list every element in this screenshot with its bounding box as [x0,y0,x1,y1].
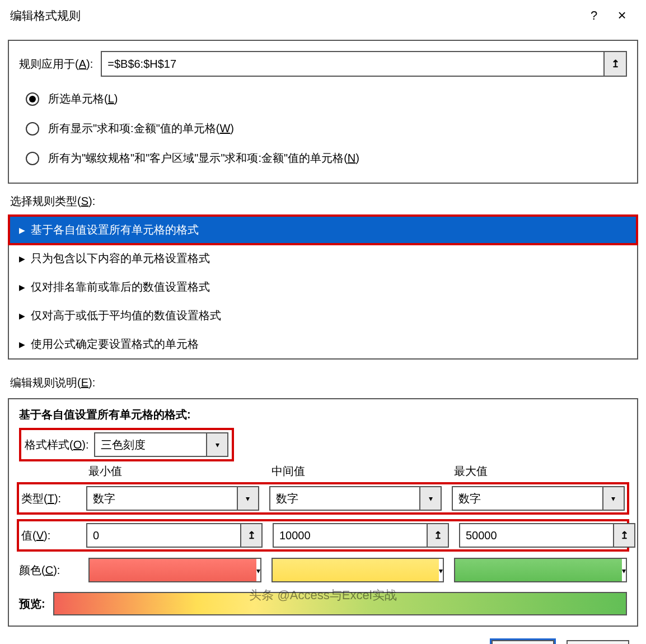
collapse-dialog-icon: ↥ [620,529,629,542]
dialog-title: 编辑格式规则 [10,8,580,24]
ok-button[interactable]: 确定 [491,640,554,644]
range-picker-button[interactable]: ↥ [240,524,261,547]
range-picker-button[interactable]: ↥ [603,52,626,76]
applies-to-row: 规则应用于(A): ↥ [19,51,627,77]
dropdown-button[interactable]: ▾ [237,487,258,510]
triangle-right-icon: ▶ [19,311,25,320]
dropdown-button[interactable]: ▾ [622,564,626,576]
rule-type-text: 使用公式确定要设置格式的单元格 [31,337,199,352]
applies-to-group: 规则应用于(A): ↥ 所选单元格(L) 所有显示"求和项:金额"值的单元格(W… [8,40,638,184]
rule-type-label: 选择规则类型(S): [0,184,646,214]
applies-to-label: 规则应用于(A): [19,57,93,72]
triangle-right-icon: ▶ [19,254,25,263]
value-mid-input-wrap: ↥ [273,523,449,548]
type-row: 类型(T): 数字 ▾ 数字 ▾ 数字 ▾ [17,482,629,515]
dropdown-button[interactable]: ▾ [439,564,443,576]
rule-type-format-all[interactable]: ▶ 基于各自值设置所有单元格的格式 [9,216,637,244]
triangle-right-icon: ▶ [19,283,25,292]
rule-type-text: 只为包含以下内容的单元格设置格式 [31,251,210,266]
range-picker-button[interactable]: ↥ [613,524,634,547]
collapse-dialog-icon: ↥ [611,58,620,70]
radio-icon [26,152,39,165]
dropdown-button[interactable]: ▾ [256,564,260,576]
type-mid-dropdown[interactable]: 数字 ▾ [269,486,442,511]
dialog-footer: 确定 取消 [0,627,646,644]
preview-label: 预览: [19,596,45,612]
preview-gradient [53,592,627,615]
type-max-value: 数字 [453,491,602,506]
radio-all-for-fields[interactable]: 所有为"螺纹规格"和"客户区域"显示"求和项:金额"值的单元格(N) [19,146,627,170]
radio-icon [26,92,39,106]
color-min-dropdown[interactable]: ▾ [88,558,261,582]
type-mid-value: 数字 [270,491,420,506]
preview-row: 预览: [19,592,627,615]
rule-type-list: ▶ 基于各自值设置所有单元格的格式 ▶ 只为包含以下内容的单元格设置格式 ▶ 仅… [8,214,638,360]
chevron-down-icon: ▾ [439,566,443,575]
rule-desc-title: 基于各自值设置所有单元格的格式: [19,407,627,422]
applies-to-input-wrap: ↥ [101,51,627,77]
radio-label: 所有为"螺纹规格"和"客户区域"显示"求和项:金额"值的单元格(N) [48,151,359,166]
close-button[interactable]: × [608,7,636,24]
radio-label: 所有显示"求和项:金额"值的单元格(W) [48,121,234,136]
collapse-dialog-icon: ↥ [434,529,442,542]
format-style-value: 三色刻度 [95,437,206,452]
value-min-input-wrap: ↥ [86,523,263,548]
col-header-mid: 中间值 [271,461,444,481]
color-mid-dropdown[interactable]: ▾ [271,558,444,582]
radio-all-showing[interactable]: 所有显示"求和项:金额"值的单元格(W) [19,116,627,141]
titlebar: 编辑格式规则 ? × [0,0,646,34]
value-max-input[interactable] [460,529,613,542]
rule-type-text: 仅对排名靠前或靠后的数值设置格式 [31,279,210,295]
rule-type-text: 仅对高于或低于平均值的数值设置格式 [31,308,221,323]
rule-type-topbottom[interactable]: ▶ 仅对排名靠前或靠后的数值设置格式 [9,273,637,301]
chevron-down-icon: ▾ [611,494,615,503]
chevron-down-icon: ▾ [246,494,250,503]
radio-selected-cells[interactable]: 所选单元格(L) [19,87,627,111]
color-swatch-yellow [273,559,439,581]
rule-type-formula[interactable]: ▶ 使用公式确定要设置格式的单元格 [9,330,637,358]
chevron-down-icon: ▾ [622,566,626,575]
format-style-row: 格式样式(O): 三色刻度 ▾ [19,428,234,461]
chevron-down-icon: ▾ [256,566,260,575]
dropdown-button[interactable]: ▾ [206,433,227,456]
color-label: 颜色(C): [19,563,78,578]
value-min-input[interactable] [87,529,240,542]
chevron-down-icon: ▾ [216,440,219,449]
rule-desc-group: 基于各自值设置所有单元格的格式: 格式样式(O): 三色刻度 ▾ 最小值 中间值… [8,398,638,627]
type-label: 类型(T): [21,491,76,506]
triangle-right-icon: ▶ [19,340,25,349]
chevron-down-icon: ▾ [429,494,433,503]
type-min-value: 数字 [87,491,237,506]
color-row: 颜色(C): ▾ ▾ ▾ [19,556,627,584]
col-header-max: 最大值 [454,461,627,481]
color-swatch-green [455,559,622,581]
triangle-right-icon: ▶ [19,226,25,235]
value-label: 值(V): [21,528,76,543]
radio-icon [26,122,39,136]
value-row: 值(V): ↥ ↥ ↥ [17,519,629,552]
radio-label: 所选单元格(L) [48,91,118,106]
color-max-dropdown[interactable]: ▾ [454,558,627,582]
rule-type-contain[interactable]: ▶ 只为包含以下内容的单元格设置格式 [9,244,637,273]
help-button[interactable]: ? [580,8,608,23]
dropdown-button[interactable]: ▾ [419,487,441,510]
type-max-dropdown[interactable]: 数字 ▾ [452,486,625,511]
format-style-label: 格式样式(O): [25,437,88,452]
column-headers: 最小值 中间值 最大值 [19,461,627,482]
rule-type-average[interactable]: ▶ 仅对高于或低于平均值的数值设置格式 [9,301,637,330]
range-picker-button[interactable]: ↥ [427,524,448,547]
rule-type-text: 基于各自值设置所有单元格的格式 [31,222,199,237]
color-swatch-red [90,559,256,581]
type-min-dropdown[interactable]: 数字 ▾ [86,486,259,511]
col-header-min: 最小值 [88,461,261,481]
dropdown-button[interactable]: ▾ [602,487,624,510]
applies-to-input[interactable] [102,58,603,71]
value-mid-input[interactable] [274,529,427,542]
collapse-dialog-icon: ↥ [247,529,256,542]
format-style-dropdown[interactable]: 三色刻度 ▾ [94,432,228,457]
cancel-button[interactable]: 取消 [567,640,629,644]
rule-desc-label: 编辑规则说明(E): [0,360,646,398]
value-max-input-wrap: ↥ [459,523,635,548]
